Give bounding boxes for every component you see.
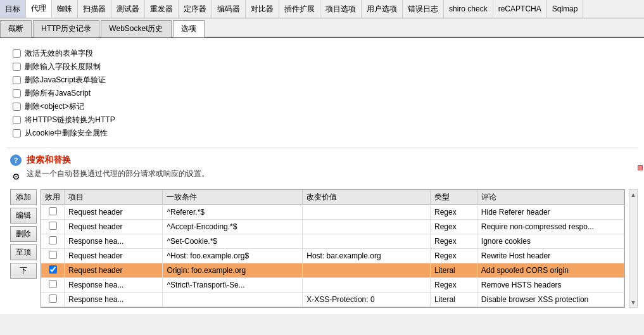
- checkbox-row-4: 删除所有JavaScript: [13, 88, 631, 99]
- menu-bar: 目标 代理 蜘蛛 扫描器 测试器 重发器 定序器 编码器 对比器 插件扩展 项目…: [0, 0, 644, 18]
- col-header-value: 改变价值: [303, 190, 431, 205]
- checkbox-label-3: 删除JavaScript表单验证: [25, 75, 106, 85]
- table-row[interactable]: Request header^Host: foo.example.org$Hos…: [41, 249, 624, 263]
- row-condition: ^Strict\-Transport\-Se...: [163, 278, 303, 293]
- search-replace-title-row: ? 搜索和替换: [6, 155, 638, 166]
- row-enabled-checkbox[interactable]: [49, 265, 57, 274]
- checkbox-label-2: 删除输入字段长度限制: [25, 61, 101, 72]
- row-condition: Origin: foo.example.org: [163, 263, 303, 278]
- search-replace-description: 这是一个自动替换通过代理的部分请求或响应的设置。: [27, 168, 209, 179]
- row-item: Request header: [65, 249, 163, 263]
- checkbox-remove-all-js[interactable]: [13, 89, 21, 98]
- menu-item-error-log[interactable]: 错误日志: [403, 0, 444, 18]
- table-wrapper: 添加 编辑 删除 至顶 下 效用 项目 一致条件 改变价值 类型 评论: [6, 189, 638, 308]
- row-item: Response hea...: [65, 278, 163, 293]
- checkbox-remove-js-validation[interactable]: [13, 76, 21, 84]
- menu-item-user-options[interactable]: 用户选项: [362, 0, 403, 18]
- table-row[interactable]: Request header^Accept-Encoding.*$RegexRe…: [41, 220, 624, 234]
- row-checkbox-cell[interactable]: [41, 293, 65, 307]
- table-header-row: 效用 项目 一致条件 改变价值 类型 评论: [41, 190, 624, 205]
- table-container: 效用 项目 一致条件 改变价值 类型 评论 Request header^Ref…: [41, 189, 625, 308]
- tabs-bar: 截断 HTTP历史记录 WebSocket历史 选项: [0, 18, 644, 38]
- add-button[interactable]: 添加: [10, 189, 37, 205]
- table-row[interactable]: Response hea...^Strict\-Transport\-Se...…: [41, 278, 624, 293]
- row-item: Response hea...: [65, 293, 163, 307]
- row-checkbox-cell[interactable]: [41, 234, 65, 249]
- row-enabled-checkbox[interactable]: [49, 280, 57, 288]
- row-condition: ^Host: foo.example.org$: [163, 249, 303, 263]
- checkbox-row-7: 从cookie中删除安全属性: [13, 128, 631, 139]
- menu-item-repeater[interactable]: 重发器: [145, 0, 179, 18]
- row-enabled-checkbox[interactable]: [49, 207, 57, 215]
- table-row[interactable]: Request headerOrigin: foo.example.orgLit…: [41, 263, 624, 278]
- table-row[interactable]: Request header^Referer.*$RegexHide Refer…: [41, 205, 624, 220]
- row-enabled-checkbox[interactable]: [49, 294, 57, 303]
- table-row[interactable]: Response hea...^Set-Cookie.*$RegexIgnore…: [41, 234, 624, 249]
- search-replace-title: 搜索和替换: [27, 155, 71, 166]
- row-enabled-checkbox[interactable]: [49, 251, 57, 259]
- checkbox-row-5: 删除<object>标记: [13, 101, 631, 112]
- tab-options[interactable]: 选项: [173, 20, 205, 37]
- delete-button[interactable]: 删除: [10, 226, 37, 242]
- col-header-comment: 评论: [477, 190, 624, 205]
- row-condition: ^Set-Cookie.*$: [163, 234, 303, 249]
- menu-item-sequencer[interactable]: 定序器: [179, 0, 212, 18]
- row-value: [303, 278, 431, 293]
- checkbox-https-to-http[interactable]: [13, 116, 21, 124]
- table-row[interactable]: Response hea...X-XSS-Protection: 0Litera…: [41, 293, 624, 307]
- checkbox-label-7: 从cookie中删除安全属性: [25, 128, 108, 139]
- menu-item-scanner[interactable]: 扫描器: [78, 0, 111, 18]
- top-button[interactable]: 至顶: [10, 244, 37, 260]
- row-checkbox-cell[interactable]: [41, 249, 65, 263]
- row-item: Request header: [65, 205, 163, 220]
- row-value: [303, 263, 431, 278]
- checkbox-label-6: 将HTTPS链接转换为HTTP: [25, 115, 115, 125]
- menu-item-project-options[interactable]: 项目选项: [320, 0, 362, 18]
- row-checkbox-cell[interactable]: [41, 205, 65, 220]
- row-comment: Hide Referer header: [477, 205, 624, 220]
- menu-item-spider[interactable]: 蜘蛛: [52, 0, 78, 18]
- checkbox-remove-secure-cookie[interactable]: [13, 129, 21, 137]
- rules-table: 效用 项目 一致条件 改变价值 类型 评论 Request header^Ref…: [41, 190, 624, 307]
- down-button[interactable]: 下: [10, 263, 37, 279]
- row-condition: ^Referer.*$: [163, 205, 303, 220]
- row-type: Regex: [431, 205, 477, 220]
- row-enabled-checkbox[interactable]: [49, 236, 57, 244]
- tab-http-history[interactable]: HTTP历史记录: [33, 20, 99, 37]
- row-comment: Rewrite Host header: [477, 249, 624, 263]
- gear-icon[interactable]: ⚙: [10, 171, 22, 182]
- menu-item-proxy[interactable]: 代理: [26, 0, 52, 18]
- row-item: Request header: [65, 220, 163, 234]
- menu-item-decoder[interactable]: 编码器: [212, 0, 246, 18]
- help-icon[interactable]: ?: [10, 155, 22, 166]
- menu-item-extender[interactable]: 插件扩展: [279, 0, 320, 18]
- menu-item-sqlmap[interactable]: Sqlmap: [547, 0, 584, 18]
- checkbox-remove-length[interactable]: [13, 63, 21, 71]
- tab-websocket-history[interactable]: WebSocket历史: [101, 20, 171, 37]
- row-enabled-checkbox[interactable]: [49, 222, 57, 230]
- row-type: Regex: [431, 220, 477, 234]
- menu-item-intruder[interactable]: 测试器: [111, 0, 145, 18]
- checkbox-remove-object[interactable]: [13, 103, 21, 111]
- row-value: [303, 220, 431, 234]
- row-checkbox-cell[interactable]: [41, 220, 65, 234]
- checkbox-activate-forms[interactable]: [13, 49, 21, 58]
- row-type: Regex: [431, 234, 477, 249]
- row-checkbox-cell[interactable]: [41, 278, 65, 293]
- col-header-enabled: 效用: [41, 190, 65, 205]
- menu-item-comparer[interactable]: 对比器: [246, 0, 279, 18]
- menu-item-recaptcha[interactable]: reCAPTCHA: [493, 0, 547, 18]
- scrollbar[interactable]: ▲ ▼: [629, 189, 638, 308]
- menu-item-target[interactable]: 目标: [0, 0, 26, 18]
- gear-desc-row: ⚙ 这是一个自动替换通过代理的部分请求或响应的设置。: [6, 168, 638, 184]
- checkbox-row-6: 将HTTPS链接转换为HTTP: [13, 115, 631, 125]
- row-value: [303, 205, 431, 220]
- row-condition: ^Accept-Encoding.*$: [163, 220, 303, 234]
- row-checkbox-cell[interactable]: [41, 263, 65, 278]
- menu-item-shiro-check[interactable]: shiro check: [444, 0, 493, 18]
- tab-intercept[interactable]: 截断: [0, 20, 32, 37]
- edit-button[interactable]: 编辑: [10, 208, 37, 224]
- row-item: Request header: [65, 263, 163, 278]
- row-value: Host: bar.example.org: [303, 249, 431, 263]
- row-item: Response hea...: [65, 234, 163, 249]
